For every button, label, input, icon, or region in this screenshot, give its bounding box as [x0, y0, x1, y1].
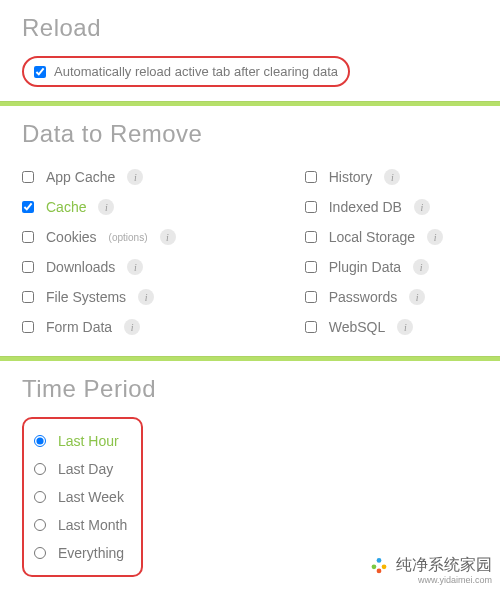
reload-section: Reload Automatically reload active tab a… — [0, 0, 500, 97]
data-option-checkbox[interactable] — [22, 201, 34, 213]
data-grid: App CacheiCacheiCookies(options)iDownloa… — [22, 162, 478, 342]
data-option-local-storage[interactable]: Local Storagei — [305, 222, 478, 252]
data-option-label: Passwords — [329, 289, 397, 305]
data-option-downloads[interactable]: Downloadsi — [22, 252, 305, 282]
time-option-last-hour[interactable]: Last Hour — [34, 427, 127, 455]
data-option-checkbox[interactable] — [305, 171, 317, 183]
data-option-label: Cookies — [46, 229, 97, 245]
time-title: Time Period — [22, 375, 478, 403]
info-icon[interactable]: i — [384, 169, 400, 185]
data-option-cookies[interactable]: Cookies(options)i — [22, 222, 305, 252]
svg-point-1 — [372, 564, 377, 569]
data-option-checkbox[interactable] — [22, 291, 34, 303]
data-option-file-systems[interactable]: File Systemsi — [22, 282, 305, 312]
data-section: Data to Remove App CacheiCacheiCookies(o… — [0, 106, 500, 352]
time-option-radio[interactable] — [34, 547, 46, 559]
time-option-radio[interactable] — [34, 463, 46, 475]
time-option-last-month[interactable]: Last Month — [34, 511, 127, 539]
info-icon[interactable]: i — [127, 169, 143, 185]
reload-title: Reload — [22, 14, 478, 42]
svg-point-0 — [377, 558, 382, 563]
data-option-label: File Systems — [46, 289, 126, 305]
data-option-websql[interactable]: WebSQLi — [305, 312, 478, 342]
info-icon[interactable]: i — [98, 199, 114, 215]
info-icon[interactable]: i — [124, 319, 140, 335]
data-option-checkbox[interactable] — [305, 321, 317, 333]
info-icon[interactable]: i — [127, 259, 143, 275]
svg-point-3 — [377, 569, 382, 574]
data-option-label: History — [329, 169, 373, 185]
watermark: 纯净系统家园 www.yidaimei.com — [368, 554, 492, 585]
data-option-passwords[interactable]: Passwordsi — [305, 282, 478, 312]
data-option-app-cache[interactable]: App Cachei — [22, 162, 305, 192]
time-option-radio[interactable] — [34, 491, 46, 503]
watermark-text: 纯净系统家园 — [396, 555, 492, 576]
data-option-label: Indexed DB — [329, 199, 402, 215]
data-option-indexed-db[interactable]: Indexed DBi — [305, 192, 478, 222]
info-icon[interactable]: i — [397, 319, 413, 335]
data-option-checkbox[interactable] — [22, 321, 34, 333]
watermark-url: www.yidaimei.com — [368, 575, 492, 585]
watermark-icon — [368, 554, 390, 576]
time-option-radio[interactable] — [34, 519, 46, 531]
data-option-label: Plugin Data — [329, 259, 401, 275]
time-option-last-week[interactable]: Last Week — [34, 483, 127, 511]
data-option-form-data[interactable]: Form Datai — [22, 312, 305, 342]
data-option-history[interactable]: Historyi — [305, 162, 478, 192]
data-option-label: WebSQL — [329, 319, 386, 335]
data-option-checkbox[interactable] — [22, 231, 34, 243]
svg-point-2 — [382, 564, 387, 569]
data-option-checkbox[interactable] — [22, 171, 34, 183]
reload-checkbox-label: Automatically reload active tab after cl… — [54, 64, 338, 79]
time-options-box: Last HourLast DayLast WeekLast MonthEver… — [22, 417, 143, 577]
data-title: Data to Remove — [22, 120, 478, 148]
time-option-everything[interactable]: Everything — [34, 539, 127, 567]
data-col-left: App CacheiCacheiCookies(options)iDownloa… — [22, 162, 305, 342]
data-option-label: Cache — [46, 199, 86, 215]
data-option-label: Form Data — [46, 319, 112, 335]
info-icon[interactable]: i — [414, 199, 430, 215]
data-col-right: HistoryiIndexed DBiLocal StorageiPlugin … — [305, 162, 478, 342]
data-option-checkbox[interactable] — [305, 291, 317, 303]
data-option-label: App Cache — [46, 169, 115, 185]
data-option-checkbox[interactable] — [305, 261, 317, 273]
data-option-label: Downloads — [46, 259, 115, 275]
data-option-label: Local Storage — [329, 229, 415, 245]
options-badge[interactable]: (options) — [109, 232, 148, 243]
info-icon[interactable]: i — [413, 259, 429, 275]
time-option-label: Everything — [58, 545, 124, 561]
data-option-cache[interactable]: Cachei — [22, 192, 305, 222]
time-option-label: Last Day — [58, 461, 113, 477]
data-option-checkbox[interactable] — [305, 201, 317, 213]
time-option-label: Last Week — [58, 489, 124, 505]
info-icon[interactable]: i — [138, 289, 154, 305]
info-icon[interactable]: i — [409, 289, 425, 305]
data-option-checkbox[interactable] — [22, 261, 34, 273]
info-icon[interactable]: i — [160, 229, 176, 245]
time-option-label: Last Hour — [58, 433, 119, 449]
reload-checkbox[interactable] — [34, 66, 46, 78]
time-option-last-day[interactable]: Last Day — [34, 455, 127, 483]
data-option-checkbox[interactable] — [305, 231, 317, 243]
time-option-radio[interactable] — [34, 435, 46, 447]
info-icon[interactable]: i — [427, 229, 443, 245]
data-option-plugin-data[interactable]: Plugin Datai — [305, 252, 478, 282]
time-option-label: Last Month — [58, 517, 127, 533]
reload-checkbox-row[interactable]: Automatically reload active tab after cl… — [22, 56, 350, 87]
